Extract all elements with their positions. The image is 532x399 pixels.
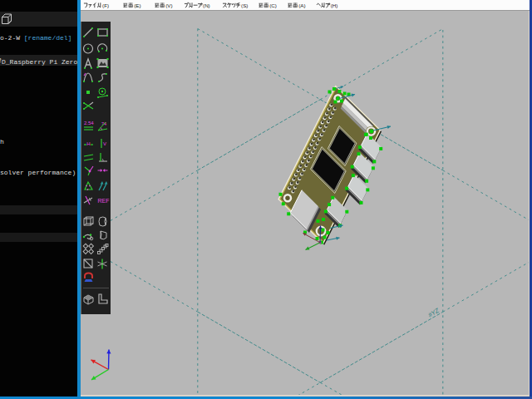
svg-text:H: H <box>86 141 90 146</box>
svg-text:(H): (H) <box>331 2 338 8</box>
svg-text:V: V <box>103 141 106 146</box>
svg-text:(N): (N) <box>203 2 210 8</box>
svg-text:2.54: 2.54 <box>84 121 94 126</box>
svg-text:(F): (F) <box>102 2 109 8</box>
svg-text:(S): (S) <box>241 2 248 8</box>
svg-text:REF: REF <box>98 198 110 204</box>
svg-text:(E): (E) <box>134 2 140 8</box>
svg-text:(C): (C) <box>269 2 277 8</box>
svg-text:(A): (A) <box>298 2 305 8</box>
svg-text:(V): (V) <box>165 2 172 8</box>
